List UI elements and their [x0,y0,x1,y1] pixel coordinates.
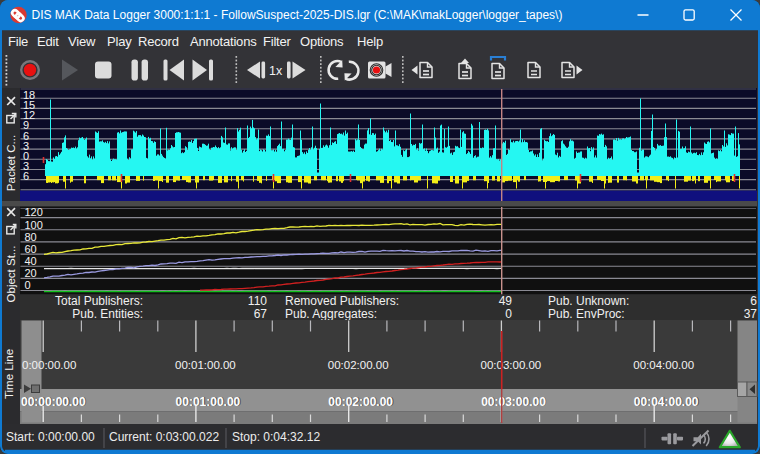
svg-text:20: 20 [25,267,37,279]
svg-text:Pub. Unknown:: Pub. Unknown: [548,294,629,308]
svg-text:00:01:00.00: 00:01:00.00 [176,395,241,409]
svg-text:1x: 1x [269,64,283,78]
svg-text:Start: 0:00:00.00: Start: 0:00:00.00 [6,430,95,444]
svg-text:Filter: Filter [263,34,292,49]
svg-text:00:04:00.00: 00:04:00.00 [633,359,694,371]
svg-text:40: 40 [25,255,37,267]
svg-text:Total Publishers:: Total Publishers: [55,294,143,308]
svg-text:Time Line: Time Line [3,349,15,399]
svg-text:Pub. Entities:: Pub. Entities: [72,307,143,321]
svg-text:Annotations: Annotations [190,34,257,49]
svg-text:Current: 0:03:00.022: Current: 0:03:00.022 [109,430,219,444]
svg-text:Play: Play [107,34,132,49]
svg-text:00:02:00.00: 00:02:00.00 [328,359,389,371]
svg-text:Help: Help [357,34,383,49]
svg-text:Options: Options [300,34,344,49]
svg-text:Stop: 0:04:32.12: Stop: 0:04:32.12 [232,430,320,444]
svg-text:DIS MAK Data Logger 3000:1:1:1: DIS MAK Data Logger 3000:1:1:1 - FollowS… [32,8,563,22]
svg-text:Record: Record [138,34,179,49]
svg-text:00:01:00.00: 00:01:00.00 [175,359,236,371]
svg-text:00:03:00.00: 00:03:00.00 [481,359,542,371]
svg-text:Edit: Edit [37,34,59,49]
svg-text:110: 110 [248,294,267,308]
svg-text:Removed Publishers:: Removed Publishers: [285,294,399,308]
svg-text:00:02:00.00: 00:02:00.00 [328,395,393,409]
svg-text:View: View [68,34,96,49]
svg-text:Object St...: Object St... [5,246,17,303]
svg-text:Pub. Aggregates:: Pub. Aggregates: [285,307,377,321]
svg-text:49: 49 [499,294,513,308]
svg-text:00:00:00.00: 00:00:00.00 [21,395,86,409]
svg-text:6: 6 [750,294,757,308]
svg-text:6: 6 [23,170,29,182]
svg-text:Pub. EnvProc:: Pub. EnvProc: [548,307,625,321]
svg-text:00:03:00.00: 00:03:00.00 [481,395,546,409]
svg-text:Packet C...: Packet C... [5,135,17,191]
svg-text:37: 37 [744,307,758,321]
svg-text:80: 80 [25,231,37,243]
svg-text:60: 60 [25,243,37,255]
svg-text:0: 0 [505,307,512,321]
svg-text:120: 120 [25,206,43,218]
svg-text:File: File [8,34,28,49]
svg-text:0:00:00.00: 0:00:00.00 [22,359,76,371]
svg-text:00:04:00.00: 00:04:00.00 [634,395,699,409]
svg-text:0: 0 [25,279,31,291]
svg-text:67: 67 [254,307,268,321]
svg-text:100: 100 [25,219,43,231]
